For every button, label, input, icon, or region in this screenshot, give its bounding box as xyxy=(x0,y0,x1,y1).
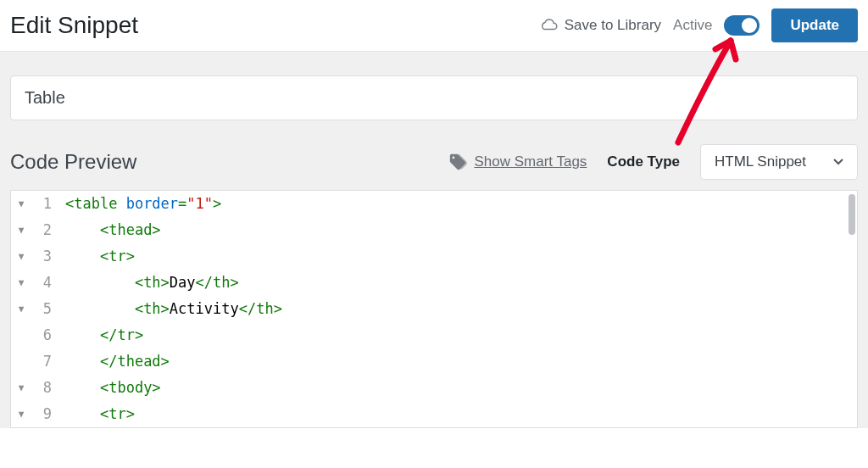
header-actions: Save to Library Active Update xyxy=(539,8,858,42)
chevron-down-icon xyxy=(833,159,843,165)
code-type-label: Code Type xyxy=(607,153,680,170)
page-title: Edit Snippet xyxy=(10,12,138,39)
code-type-value: HTML Snippet xyxy=(715,153,806,170)
tags-icon xyxy=(448,153,467,171)
fold-marker[interactable]: ▼ xyxy=(11,191,31,217)
line-number: 5 xyxy=(31,296,65,322)
line-number: 8 xyxy=(31,375,65,401)
fold-marker[interactable]: ▼ xyxy=(11,243,31,270)
line-number: 7 xyxy=(31,348,65,375)
show-smart-tags-link[interactable]: Show Smart Tags xyxy=(448,153,587,171)
active-toggle[interactable] xyxy=(724,15,760,36)
code-editor[interactable]: ▼1<table border="1">▼2 <thead>▼3 <tr>▼4 … xyxy=(10,190,858,428)
line-number: 6 xyxy=(31,322,65,348)
code-line[interactable]: 6 </tr> xyxy=(11,322,857,348)
fold-marker[interactable]: ▼ xyxy=(11,270,31,296)
save-to-library-link[interactable]: Save to Library xyxy=(539,17,661,34)
code-content[interactable]: <tr> xyxy=(65,401,135,427)
save-to-library-label: Save to Library xyxy=(565,17,661,34)
code-line[interactable]: 7 </thead> xyxy=(11,348,857,375)
code-content[interactable]: <th>Activity</th> xyxy=(65,296,282,322)
code-content[interactable]: </thead> xyxy=(65,348,170,375)
code-content[interactable]: <tr> xyxy=(65,243,135,270)
active-label: Active xyxy=(673,17,712,34)
header: Edit Snippet Save to Library Active Upda… xyxy=(0,0,868,52)
update-button[interactable]: Update xyxy=(771,8,858,42)
line-number: 1 xyxy=(31,191,65,217)
line-number: 9 xyxy=(31,401,65,427)
code-line[interactable]: ▼1<table border="1"> xyxy=(11,191,857,217)
line-number: 2 xyxy=(31,217,65,243)
code-line[interactable]: ▼4 <th>Day</th> xyxy=(11,270,857,296)
scrollbar[interactable] xyxy=(849,194,855,235)
fold-marker[interactable]: ▼ xyxy=(11,401,31,427)
content-area: Code Preview Show Smart Tags Code Type H… xyxy=(0,52,868,428)
fold-marker[interactable]: ▼ xyxy=(11,217,31,243)
code-preview-heading: Code Preview xyxy=(10,150,136,174)
line-number: 3 xyxy=(31,243,65,270)
smart-tags-label: Show Smart Tags xyxy=(474,153,587,170)
code-line[interactable]: ▼5 <th>Activity</th> xyxy=(11,296,857,322)
fold-marker[interactable]: ▼ xyxy=(11,296,31,322)
snippet-title-input[interactable] xyxy=(10,75,858,120)
line-number: 4 xyxy=(31,270,65,296)
code-content[interactable]: <tbody> xyxy=(65,375,161,401)
code-type-select[interactable]: HTML Snippet xyxy=(700,144,858,180)
code-line[interactable]: ▼3 <tr> xyxy=(11,243,857,270)
cloud-icon xyxy=(539,19,558,32)
code-content[interactable]: <th>Day</th> xyxy=(65,270,239,296)
code-content[interactable]: <thead> xyxy=(65,217,161,243)
code-content[interactable]: <table border="1"> xyxy=(65,191,221,217)
code-line[interactable]: ▼8 <tbody> xyxy=(11,375,857,401)
preview-header: Code Preview Show Smart Tags Code Type H… xyxy=(10,144,858,180)
code-content[interactable]: </tr> xyxy=(65,322,143,348)
toggle-handle xyxy=(742,18,757,33)
fold-marker[interactable]: ▼ xyxy=(11,375,31,401)
code-line[interactable]: ▼2 <thead> xyxy=(11,217,857,243)
code-line[interactable]: ▼9 <tr> xyxy=(11,401,857,427)
preview-controls: Show Smart Tags Code Type HTML Snippet xyxy=(448,144,858,180)
